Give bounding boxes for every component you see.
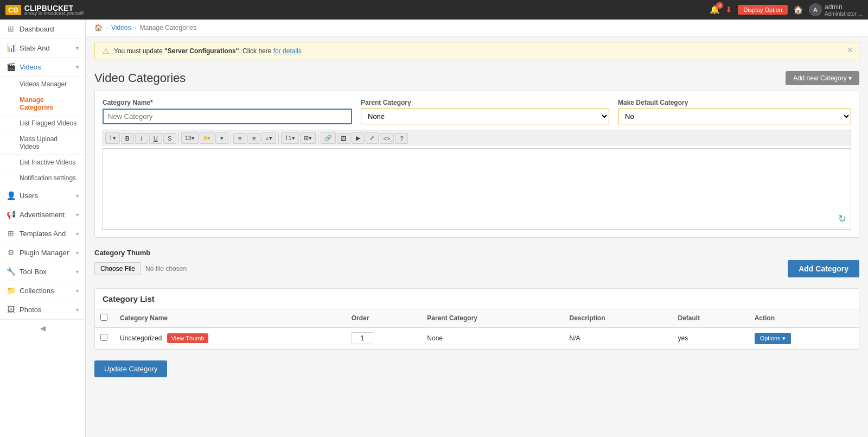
toolbar-sep3 bbox=[278, 133, 279, 144]
sidebar-item-plugin[interactable]: ⚙ Plugin Manager ▾ bbox=[0, 243, 85, 262]
toolbar-align-dropdown-btn[interactable]: ≡▾ bbox=[261, 132, 276, 144]
toolbar-image-btn[interactable]: 🖼 bbox=[337, 133, 350, 144]
sidebar-item-users[interactable]: 👤 Users ▾ bbox=[0, 186, 85, 205]
toolbar-table-btn[interactable]: ⊞▾ bbox=[300, 132, 316, 144]
alert-close-button[interactable]: ✕ bbox=[847, 46, 853, 54]
download-icon: ⬇ bbox=[725, 5, 732, 15]
toolbar-sep2 bbox=[231, 133, 231, 144]
sidebar-item-advertisement[interactable]: 📢 Advertisement ▾ bbox=[0, 205, 85, 224]
sidebar-item-stats[interactable]: 📊 Stats And ▾ bbox=[0, 39, 85, 58]
category-name-group: Category Name* bbox=[103, 99, 352, 124]
thumb-row: Choose File No file chosen Add Category bbox=[94, 260, 859, 277]
chevron-down-icon: ▾ bbox=[76, 269, 79, 275]
parent-category-select[interactable]: None bbox=[361, 109, 609, 124]
thumb-section: Category Thumb Choose File No file chose… bbox=[94, 243, 859, 283]
sidebar-collapse-button[interactable]: ◀ bbox=[0, 319, 85, 337]
choose-file-button[interactable]: Choose File bbox=[94, 262, 141, 275]
sidebar-subitem-notification[interactable]: Notification settings bbox=[0, 170, 85, 186]
category-table: Category Name Order Parent Category Desc… bbox=[95, 309, 859, 349]
update-category-button[interactable]: Update Category bbox=[94, 360, 167, 377]
chevron-down-icon: ▾ bbox=[76, 193, 79, 199]
chevron-down-icon: ▾ bbox=[76, 250, 79, 256]
toolbar-video-btn[interactable]: ▶ bbox=[352, 132, 365, 144]
toolbar-highlight-btn[interactable]: ▾ bbox=[215, 132, 228, 144]
toolbar-sep4 bbox=[318, 133, 318, 144]
row-description: N/A bbox=[564, 327, 672, 349]
sidebar-item-templates[interactable]: ⊞ Templates And ▾ bbox=[0, 224, 85, 243]
sidebar-item-collections[interactable]: 📁 Collections ▾ bbox=[0, 281, 85, 300]
sidebar-subitem-videos-manager[interactable]: Videos Manager bbox=[0, 77, 85, 92]
toolbar-help-btn[interactable]: ? bbox=[395, 133, 408, 144]
breadcrumb-videos[interactable]: Videos bbox=[111, 24, 131, 31]
toolbar-strikethrough-btn[interactable]: S bbox=[163, 133, 176, 144]
toolbar-align-center-btn[interactable]: ≡ bbox=[247, 133, 260, 144]
toolbar-fontsize-btn[interactable]: 13▾ bbox=[181, 132, 199, 144]
add-category-button[interactable]: Add Category bbox=[788, 260, 859, 277]
sidebar-item-dashboard[interactable]: ⊞ Dashboard bbox=[0, 20, 85, 39]
user-menu[interactable]: A admin Administrator ... bbox=[809, 3, 863, 17]
col-parent-category: Parent Category bbox=[422, 309, 564, 327]
options-button[interactable]: Options ▾ bbox=[755, 333, 791, 344]
toolbar-fullscreen-btn[interactable]: ⤢ bbox=[366, 132, 379, 144]
toolbar-link-btn[interactable]: 🔗 bbox=[321, 132, 336, 144]
notification-bell[interactable]: 🔔 0 bbox=[710, 5, 720, 15]
notification-badge: 0 bbox=[716, 2, 723, 9]
description-editor[interactable]: ↻ bbox=[103, 148, 851, 230]
sidebar-subitem-list-inactive[interactable]: List Inactive Videos bbox=[0, 155, 85, 170]
parent-category-label: Parent Category bbox=[361, 99, 609, 106]
page-header: Video Categories Add new Category ▾ bbox=[86, 66, 868, 91]
alert-banner: ⚠ You must update "Server Configurations… bbox=[94, 42, 859, 60]
add-new-category-button[interactable]: Add new Category ▾ bbox=[786, 71, 859, 85]
chevron-down-icon: ▾ bbox=[76, 288, 79, 294]
col-action: Action bbox=[749, 309, 859, 327]
view-thumb-button[interactable]: View Thumb bbox=[167, 333, 209, 343]
chevron-down-icon: ▾ bbox=[76, 64, 79, 70]
alert-details-link[interactable]: for details bbox=[273, 47, 302, 55]
breadcrumb-current: Manage Categories bbox=[139, 24, 196, 31]
sidebar-item-toolbox[interactable]: 🔧 Tool Box ▾ bbox=[0, 262, 85, 281]
make-default-select[interactable]: No Yes bbox=[618, 109, 851, 124]
toolbar-text-btn[interactable]: T▾ bbox=[105, 132, 120, 144]
toolbar-heading-btn[interactable]: T1▾ bbox=[281, 132, 299, 144]
display-option-button[interactable]: Display Option bbox=[738, 5, 788, 15]
home-icon[interactable]: 🏠 bbox=[793, 5, 803, 15]
row-action: Options ▾ bbox=[749, 327, 859, 349]
refresh-icon[interactable]: ↻ bbox=[838, 213, 846, 225]
toolbar-align-left-btn[interactable]: ≡ bbox=[233, 133, 246, 144]
no-file-label: No file chosen bbox=[145, 265, 187, 273]
breadcrumb-sep: › bbox=[106, 24, 108, 31]
toolbar-underline-btn[interactable]: U bbox=[149, 133, 162, 144]
col-category-name: Category Name bbox=[114, 309, 346, 327]
select-all-checkbox[interactable] bbox=[100, 314, 107, 321]
sidebar-subitem-list-flagged[interactable]: List Flagged Videos bbox=[0, 116, 85, 131]
toolbar-color-btn[interactable]: A▾ bbox=[200, 132, 214, 144]
form-row-main: Category Name* Parent Category None Make… bbox=[103, 99, 851, 124]
col-checkbox bbox=[95, 309, 114, 327]
chevron-down-icon: ▾ bbox=[76, 231, 79, 237]
row-default: yes bbox=[673, 327, 749, 349]
sidebar-item-videos[interactable]: 🎬 Videos ▾ bbox=[0, 58, 85, 77]
row-category-name: Uncategorized View Thumb bbox=[114, 327, 346, 349]
category-name-input[interactable] bbox=[103, 109, 352, 124]
breadcrumb-home-icon[interactable]: 🏠 bbox=[94, 24, 103, 31]
toolbar-bold-btn[interactable]: B bbox=[121, 133, 134, 144]
sidebar-subitem-manage-categories[interactable]: Manage Categories bbox=[0, 92, 85, 116]
toolbar-code-btn[interactable]: <> bbox=[380, 133, 394, 144]
table-row: Uncategorized View Thumb None N/A yes Op… bbox=[95, 327, 859, 349]
row-checkbox[interactable] bbox=[100, 334, 107, 341]
logo-box: CB bbox=[5, 5, 21, 15]
order-input[interactable] bbox=[352, 332, 373, 344]
file-input-row: Choose File No file chosen bbox=[94, 262, 187, 275]
toolbox-icon: 🔧 bbox=[7, 267, 15, 276]
sidebar: ⊞ Dashboard 📊 Stats And ▾ 🎬 Videos ▾ Vid… bbox=[0, 20, 86, 437]
top-navbar: CB CLIPBUCKET a way to broadcast yoursel… bbox=[0, 0, 868, 20]
category-table-section: Category List Category Name Order Parent… bbox=[94, 288, 859, 350]
sidebar-item-photos[interactable]: 🖼 Photos ▾ bbox=[0, 300, 85, 319]
toolbar-italic-btn[interactable]: I bbox=[135, 133, 148, 144]
sidebar-item-label: Dashboard bbox=[20, 25, 54, 33]
breadcrumb: 🏠 › Videos › Manage Categories bbox=[86, 20, 868, 36]
sidebar-item-label: Templates And bbox=[20, 230, 66, 238]
sidebar-subitem-mass-upload[interactable]: Mass Upload Videos bbox=[0, 131, 85, 155]
table-header-row: Category Name Order Parent Category Desc… bbox=[95, 309, 859, 327]
col-order: Order bbox=[346, 309, 422, 327]
